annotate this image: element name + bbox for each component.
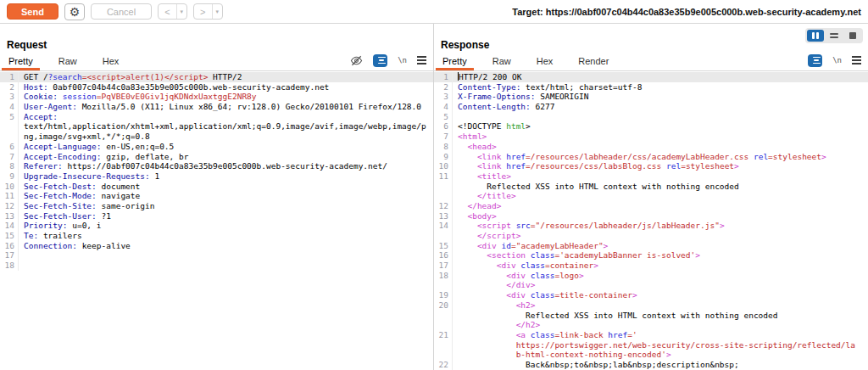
code-line[interactable]: 5	[434, 112, 868, 122]
tab-pretty[interactable]: Pretty	[2, 53, 40, 70]
line-number: 18	[434, 271, 453, 281]
line-number: 3	[0, 92, 19, 102]
code-line[interactable]: 12Sec-Fetch-Site: same-origin	[0, 201, 433, 211]
line-number: 8	[0, 161, 19, 171]
line-number	[0, 121, 19, 132]
code-line[interactable]: 8Referer: https://0abf007c04b44c0a83e35b…	[0, 161, 433, 171]
tab-render[interactable]: Render	[571, 53, 615, 70]
code-line[interactable]: 18	[0, 261, 433, 271]
line-number: 1	[0, 72, 19, 82]
code-line[interactable]: 20 <h2>	[434, 300, 868, 311]
line-number	[434, 350, 453, 360]
request-editor[interactable]: 1GET /?search=<script>alert(1)</script> …	[0, 71, 433, 370]
code-line[interactable]: 15Te: trailers	[0, 231, 433, 241]
code-line[interactable]: 13 <body>	[434, 211, 868, 221]
cancel-button[interactable]: Cancel	[91, 3, 152, 20]
code-line[interactable]: 19 <div class=title-container>	[434, 290, 868, 300]
code-line[interactable]: 9Upgrade-Insecure-Requests: 1	[0, 171, 433, 182]
tab-hex[interactable]: Hex	[530, 53, 560, 70]
code-line[interactable]: 3Cookie: session=PqVBE0vE0Giv1jqKDNdxUax…	[0, 92, 433, 102]
line-number: 16	[0, 241, 19, 251]
code-line[interactable]: 2Content-Type: text/html; charset=utf-8	[434, 82, 868, 92]
tab-raw[interactable]: Raw	[52, 53, 84, 70]
menu-icon[interactable]	[417, 56, 426, 64]
code-line[interactable]: 4Content-Length: 6277	[434, 102, 868, 112]
code-line[interactable]: </h2>	[434, 320, 868, 330]
code-line[interactable]: 18 <div class=logo>	[434, 271, 868, 281]
code-line[interactable]: </div>	[434, 280, 868, 290]
nonprintable-newline-icon[interactable]: \n	[832, 56, 842, 64]
code-line[interactable]: 5Accept:	[0, 112, 433, 122]
syntax-highlight-icon[interactable]	[373, 54, 387, 67]
code-line[interactable]: 17	[0, 250, 433, 261]
line-number: 5	[0, 112, 19, 122]
line-number: 7	[434, 132, 453, 142]
code-line[interactable]: 8 <head>	[434, 142, 868, 152]
code-line[interactable]: 7<html>	[434, 132, 868, 142]
syntax-highlight-icon[interactable]	[808, 54, 822, 67]
repeater-toolbar: Send ⚙ Cancel < ▾ > ▾ Target: https://0a…	[0, 0, 868, 24]
code-line[interactable]: 13Sec-Fetch-User: ?1	[0, 211, 433, 221]
code-line[interactable]: 12 </head>	[434, 201, 868, 211]
code-line[interactable]: 4User-Agent: Mozilla/5.0 (X11; Linux x86…	[0, 102, 433, 112]
code-line[interactable]: 14Priority: u=0, i	[0, 221, 433, 231]
code-line[interactable]: 10 <link href=/resources/css/labsBlog.cs…	[434, 161, 868, 171]
rows-layout-icon[interactable]	[826, 30, 843, 42]
next-icon[interactable]: >	[194, 4, 211, 19]
line-number	[434, 280, 453, 290]
line-number: 7	[0, 152, 19, 162]
code-line[interactable]: Reflected XSS into HTML context with not…	[434, 182, 868, 192]
prev-icon[interactable]: <	[159, 4, 175, 19]
response-editor[interactable]: 1HTTP/2 200 OK2Content-Type: text/html; …	[434, 71, 868, 370]
code-line[interactable]: ng,image/svg+xml,*/*;q=0.8	[0, 132, 433, 142]
code-line[interactable]: 17 <div class=container>	[434, 261, 868, 271]
code-line[interactable]: </title>	[434, 191, 868, 201]
line-number: 13	[0, 211, 19, 221]
code-line[interactable]: 15 <div id="academyLabHeader">	[434, 241, 868, 251]
code-line[interactable]: 16Connection: keep-alive	[0, 241, 433, 251]
line-number: 16	[434, 250, 453, 261]
tab-pretty[interactable]: Pretty	[436, 53, 474, 70]
code-line[interactable]: 6<!DOCTYPE html>	[434, 121, 868, 132]
code-line[interactable]: 1GET /?search=<script>alert(1)</script> …	[0, 72, 433, 82]
tab-hex[interactable]: Hex	[96, 53, 126, 70]
send-button[interactable]: Send	[7, 3, 58, 20]
tab-raw[interactable]: Raw	[486, 53, 518, 70]
request-tabbar: PrettyRawHex \n	[0, 53, 433, 71]
columns-layout-icon[interactable]	[807, 30, 824, 42]
settings-button[interactable]: ⚙	[64, 3, 85, 20]
code-line[interactable]: 9 <link href=/resources/labheader/css/ac…	[434, 152, 868, 162]
prev-request-button[interactable]: < ▾	[158, 3, 187, 20]
code-line[interactable]: 22 Back&nbsp;to&nbsp;lab&nbsp;descriptio…	[434, 360, 868, 370]
code-line[interactable]: 21 <a class=link-back href='	[434, 330, 868, 340]
code-line[interactable]: Reflected XSS into HTML context with not…	[434, 311, 868, 321]
code-line[interactable]: https://portswigger.net/web-security/cro…	[434, 340, 868, 350]
code-line[interactable]: 11 <title>	[434, 171, 868, 182]
menu-icon[interactable]	[852, 56, 861, 64]
code-line[interactable]: 11Sec-Fetch-Mode: navigate	[0, 191, 433, 201]
code-line[interactable]: text/html,application/xhtml+xml,applicat…	[0, 121, 433, 132]
prev-dropdown-icon[interactable]: ▾	[176, 4, 187, 19]
code-line[interactable]: b-html-context-nothing-encoded'>	[434, 350, 868, 360]
code-line[interactable]: 2Host: 0abf007c04b44c0a83e35b9e005c000b.…	[0, 82, 433, 92]
response-tabbar: PrettyRawHexRender \n	[434, 53, 868, 71]
request-title: Request	[7, 39, 47, 51]
code-line[interactable]: 7Accept-Encoding: gzip, deflate, br	[0, 152, 433, 162]
code-line[interactable]: 6Accept-Language: en-US,en;q=0.5	[0, 142, 433, 152]
single-layout-icon[interactable]	[844, 30, 861, 42]
next-dropdown-icon[interactable]: ▾	[212, 4, 223, 19]
line-number: 11	[434, 171, 453, 182]
line-number	[434, 231, 453, 241]
code-line[interactable]: 10Sec-Fetch-Dest: document	[0, 182, 433, 192]
target-label: Target:	[512, 7, 542, 17]
next-request-button[interactable]: > ▾	[193, 3, 223, 20]
code-line[interactable]: 1HTTP/2 200 OK	[434, 72, 868, 82]
line-number: 1	[434, 72, 453, 82]
code-line[interactable]: 16 <section class='academyLabBanner is-s…	[434, 250, 868, 261]
nonprintable-newline-icon[interactable]: \n	[398, 56, 407, 64]
hide-irrelevant-eye-slash-icon[interactable]	[350, 54, 363, 67]
code-line[interactable]: </script>	[434, 231, 868, 241]
code-line[interactable]: 14 <script src="/resources/labheader/js/…	[434, 221, 868, 231]
code-line[interactable]: 3X-Frame-Options: SAMEORIGIN	[434, 92, 868, 102]
line-number: 17	[0, 250, 19, 261]
